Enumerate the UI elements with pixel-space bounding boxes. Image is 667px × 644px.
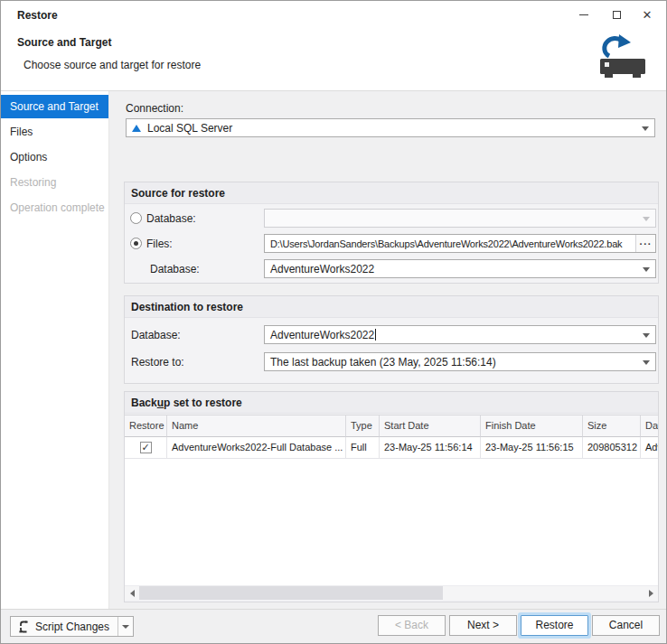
scroll-right-arrow[interactable] bbox=[644, 586, 658, 600]
database-radio[interactable] bbox=[130, 212, 142, 224]
restore-checkbox[interactable]: ✓ bbox=[140, 442, 152, 453]
destination-database-label: Database: bbox=[131, 329, 181, 341]
wizard-content: Connection: Local SQL Server Source for … bbox=[109, 91, 666, 609]
minimize-button[interactable] bbox=[568, 2, 599, 28]
files-radio-label: Files: bbox=[146, 238, 173, 250]
connection-value: Local SQL Server bbox=[147, 122, 232, 135]
titlebar[interactable]: Restore ✕ bbox=[1, 1, 666, 30]
column-header-restore[interactable]: Restore bbox=[125, 415, 167, 437]
source-database-combobox-disabled bbox=[264, 209, 656, 228]
cell-start-date: 23-May-25 11:56:14 bbox=[380, 437, 481, 459]
restore-to-combobox[interactable]: The last backup taken (23 May, 2025 11:5… bbox=[264, 352, 656, 371]
back-button: < Back bbox=[378, 615, 446, 636]
wizard-steps-sidebar: Source and Target Files Options Restorin… bbox=[1, 91, 109, 609]
source-group-title: Source for restore bbox=[125, 182, 658, 204]
cell-database: AdventureWorks2022 bbox=[641, 437, 658, 459]
column-header-size[interactable]: Size bbox=[583, 415, 641, 437]
restore-dialog: Restore ✕ Source and Target Choose sourc… bbox=[0, 0, 667, 644]
backup-set-table: Restore Name Type Start Date Finish Date… bbox=[125, 415, 658, 600]
check-icon: ✓ bbox=[141, 443, 149, 453]
destination-database-combobox[interactable]: AdventureWorks2022 bbox=[264, 325, 656, 344]
restore-to-label: Restore to: bbox=[131, 356, 184, 369]
restore-server-icon bbox=[597, 33, 648, 79]
horizontal-scrollbar[interactable] bbox=[125, 585, 658, 600]
close-button[interactable]: ✕ bbox=[632, 2, 662, 28]
server-connection-icon bbox=[132, 125, 141, 132]
restore-button[interactable]: Restore bbox=[521, 615, 588, 636]
cell-size: 209805312 bbox=[583, 437, 641, 459]
next-button[interactable]: Next > bbox=[449, 615, 517, 636]
cancel-button[interactable]: Cancel bbox=[592, 615, 660, 636]
sidebar-item-source-and-target[interactable]: Source and Target bbox=[1, 95, 108, 118]
cell-name: AdventureWorks2022-Full Database ... bbox=[167, 437, 346, 459]
source-database-combobox[interactable]: AdventureWorks2022 bbox=[264, 259, 656, 278]
database-radio-label: Database: bbox=[146, 212, 196, 225]
sidebar-item-files[interactable]: Files bbox=[1, 120, 108, 144]
script-changes-dropdown-arrow[interactable] bbox=[117, 617, 133, 636]
maximize-button[interactable] bbox=[601, 2, 632, 28]
cell-type: Full bbox=[346, 437, 380, 459]
source-for-restore-group: Source for restore Database: Files: D:\U… bbox=[124, 182, 659, 284]
scrollbar-thumb[interactable] bbox=[139, 586, 443, 600]
sidebar-item-restoring: Restoring bbox=[1, 171, 108, 194]
sidebar-item-options[interactable]: Options bbox=[1, 145, 108, 169]
backup-set-group: Backup set to restore Restore Name Type … bbox=[124, 391, 659, 602]
chevron-down-icon[interactable] bbox=[642, 126, 649, 131]
column-header-name[interactable]: Name bbox=[167, 415, 346, 437]
page-subtitle: Choose source and target for restore bbox=[23, 59, 201, 71]
footer-bar: Script Changes < Back Next > Restore Can… bbox=[1, 609, 666, 643]
chevron-down-icon[interactable] bbox=[643, 267, 650, 272]
triangle-right-icon bbox=[649, 590, 653, 597]
script-icon bbox=[17, 621, 30, 633]
close-icon: ✕ bbox=[643, 8, 653, 22]
column-header-type[interactable]: Type bbox=[346, 415, 380, 437]
table-row[interactable]: ✓ AdventureWorks2022-Full Database ... F… bbox=[125, 437, 658, 459]
column-header-finish-date[interactable]: Finish Date bbox=[481, 415, 583, 437]
backup-group-title: Backup set to restore bbox=[125, 392, 658, 414]
backup-file-path-field[interactable]: D:\Users\JordanSanders\Backups\Adventure… bbox=[264, 234, 656, 253]
cell-finish-date: 23-May-25 11:56:15 bbox=[481, 437, 583, 459]
table-header-row: Restore Name Type Start Date Finish Date… bbox=[125, 415, 658, 437]
destination-to-restore-group: Destination to restore Database: Adventu… bbox=[124, 295, 659, 384]
minimize-icon bbox=[579, 14, 588, 15]
backup-file-path: D:\Users\JordanSanders\Backups\Adventure… bbox=[265, 238, 635, 249]
chevron-down-icon[interactable] bbox=[643, 360, 650, 365]
column-header-start-date[interactable]: Start Date bbox=[380, 415, 481, 437]
script-changes-split-button[interactable]: Script Changes bbox=[10, 616, 134, 637]
column-header-database[interactable]: Database bbox=[641, 415, 658, 437]
text-caret bbox=[375, 329, 376, 341]
browse-button[interactable]: ··· bbox=[635, 235, 655, 252]
page-title: Source and Target bbox=[17, 36, 111, 49]
sidebar-item-operation-complete: Operation complete bbox=[1, 196, 108, 219]
window-title: Restore bbox=[17, 9, 58, 22]
source-database-label: Database: bbox=[150, 263, 200, 275]
connection-combobox[interactable]: Local SQL Server bbox=[126, 118, 655, 137]
destination-group-title: Destination to restore bbox=[125, 296, 658, 318]
triangle-left-icon bbox=[130, 590, 135, 597]
files-radio[interactable] bbox=[130, 238, 142, 249]
connection-label: Connection: bbox=[126, 102, 183, 115]
chevron-down-icon bbox=[643, 217, 650, 221]
chevron-down-icon[interactable] bbox=[643, 333, 650, 338]
scroll-left-arrow[interactable] bbox=[125, 586, 139, 600]
maximize-icon bbox=[613, 11, 621, 19]
wizard-header: Source and Target Choose source and targ… bbox=[1, 30, 666, 91]
chevron-down-icon bbox=[122, 625, 129, 629]
script-changes-button[interactable]: Script Changes bbox=[11, 617, 117, 636]
